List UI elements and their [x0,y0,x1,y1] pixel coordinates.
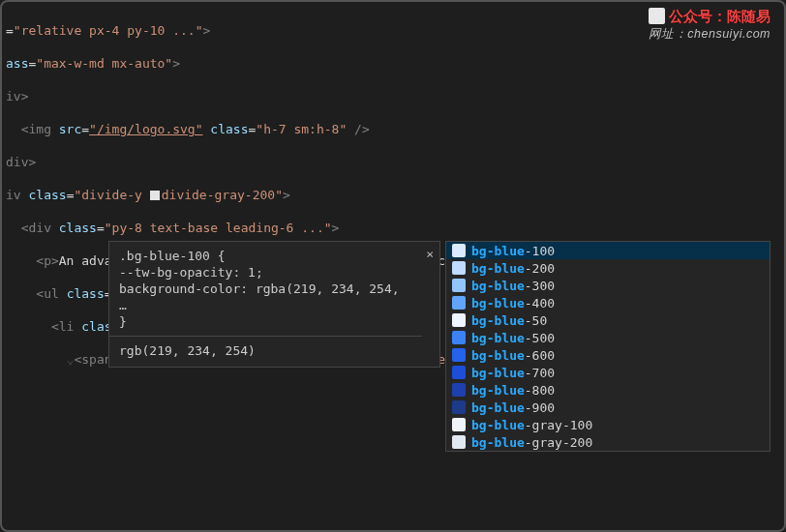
suggestion-item[interactable]: bg-blue-gray-100 [446,416,770,433]
color-swatch-icon [452,418,466,431]
suggestion-item[interactable]: bg-blue-700 [446,364,770,381]
color-swatch-icon [452,348,466,362]
css-selector: .bg-blue-100 { [119,248,412,264]
suggestion-item[interactable]: bg-blue-600 [446,346,770,364]
color-swatch-icon [150,191,160,200]
suggestion-label: bg-blue-400 [471,295,764,311]
suggestion-item[interactable]: bg-blue-50 [446,311,770,329]
suggestion-label: bg-blue-50 [471,312,764,329]
hover-color-value: rgb(219, 234, 254) [119,342,412,359]
suggestion-item[interactable]: bg-blue-gray-200 [446,433,770,451]
suggestion-label: bg-blue-800 [471,382,764,399]
suggestion-item[interactable]: bg-blue-500 [446,329,770,346]
suggestion-item[interactable]: bg-blue-400 [446,294,770,311]
color-swatch-icon [452,313,466,327]
color-swatch-icon [452,279,466,292]
color-swatch-icon [452,366,466,379]
color-swatch-icon [452,296,466,310]
suggestion-label: bg-blue-gray-200 [471,434,764,451]
suggestion-label: bg-blue-100 [471,243,764,259]
avatar-icon [649,8,665,24]
color-swatch-icon [452,435,466,449]
suggestion-label: bg-blue-600 [471,347,764,364]
suggestion-label: bg-blue-900 [471,399,764,416]
suggestion-label: bg-blue-700 [471,365,764,381]
color-swatch-icon [452,331,466,344]
color-swatch-icon [452,244,466,257]
suggestion-item[interactable]: bg-blue-900 [446,399,770,416]
suggestion-label: bg-blue-300 [471,278,764,294]
suggestion-item[interactable]: bg-blue-800 [446,381,770,399]
suggestion-item[interactable]: bg-blue-300 [446,277,770,294]
suggestion-label: bg-blue-gray-100 [471,417,764,433]
watermark: 公众号：陈随易 网址：chensuiyi.com [649,8,771,43]
suggestion-label: bg-blue-200 [471,260,764,277]
suggestion-item[interactable]: bg-blue-100 [446,242,770,259]
color-swatch-icon [452,261,466,275]
color-swatch-icon [452,400,466,414]
color-swatch-icon [452,383,466,397]
suggestion-item[interactable]: bg-blue-200 [446,259,770,277]
css-hover-tooltip: × .bg-blue-100 { --tw-bg-opacity: 1; bac… [108,241,440,368]
close-icon[interactable]: × [426,246,434,262]
suggestion-label: bg-blue-500 [471,330,764,346]
autocomplete-popup[interactable]: bg-blue-100bg-blue-200bg-blue-300bg-blue… [445,241,771,452]
